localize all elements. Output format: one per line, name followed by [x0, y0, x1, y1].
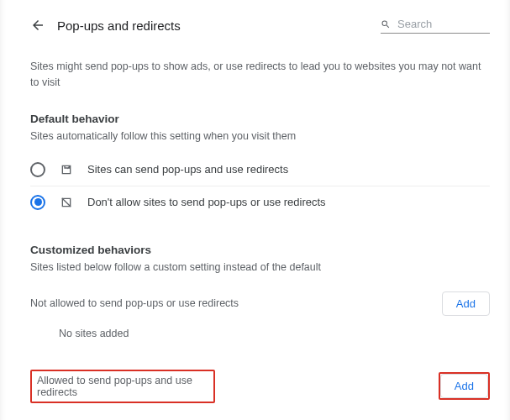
radio-option-allow[interactable]: Sites can send pop-ups and use redirects — [30, 154, 490, 186]
page-title: Pop-ups and redirects — [57, 18, 181, 33]
intro-text: Sites might send pop-ups to show ads, or… — [30, 59, 490, 91]
not-allowed-label: Not allowed to send pop-ups or use redir… — [30, 297, 435, 309]
search-field[interactable] — [381, 17, 490, 34]
allowed-label: Allowed to send pop-ups and use redirect… — [37, 375, 208, 398]
add-allowed-button[interactable]: Add — [440, 374, 488, 398]
back-button[interactable] — [30, 18, 45, 33]
radio-option-block[interactable]: Don't allow sites to send pop-ups or use… — [30, 186, 490, 218]
arrow-left-icon — [30, 18, 45, 33]
open-external-icon — [59, 162, 74, 177]
no-sites-text: No sites added — [59, 328, 490, 339]
blocked-external-icon — [59, 195, 74, 210]
radio-icon-selected — [30, 195, 45, 210]
allowed-site-row[interactable]: https://outlook.office365.com — [30, 415, 490, 421]
radio-icon — [30, 162, 45, 177]
add-not-allowed-button[interactable]: Add — [442, 291, 490, 316]
search-input[interactable] — [396, 17, 490, 31]
default-behavior-subtitle: Sites automatically follow this setting … — [30, 130, 490, 142]
radio-label: Sites can send pop-ups and use redirects — [87, 163, 288, 176]
search-icon — [381, 18, 391, 30]
customized-subtitle: Sites listed below follow a custom setti… — [30, 261, 490, 273]
radio-label: Don't allow sites to send pop-ups or use… — [87, 196, 326, 208]
customized-title: Customized behaviors — [30, 244, 490, 256]
default-behavior-title: Default behavior — [30, 113, 490, 125]
